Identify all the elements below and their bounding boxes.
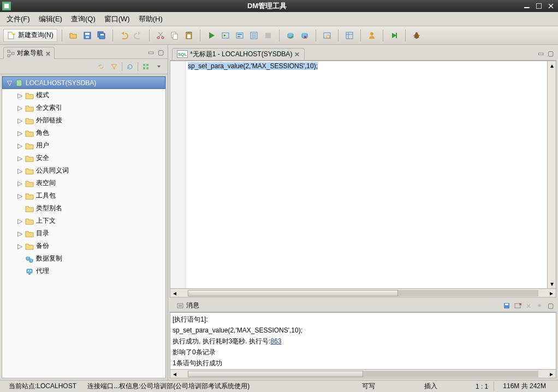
restore-panel-button[interactable]: ▢ — [157, 49, 164, 56]
close-tab-icon[interactable]: ⨯ — [45, 50, 51, 57]
scroll-right-icon[interactable]: ▸ — [547, 370, 556, 378]
tree-item[interactable]: ▷表空间 — [2, 177, 165, 189]
save-all-button[interactable] — [95, 29, 108, 42]
tree-item[interactable]: ▷模式 — [2, 89, 165, 102]
navigator-tree[interactable]: ▽ LOCALHOST(SYSDBA) ▷模式▷全文索引▷外部链接▷角色▷用户▷… — [2, 76, 166, 378]
expand-arrow-icon[interactable]: ▷ — [16, 142, 23, 149]
save-button[interactable] — [81, 29, 94, 42]
scroll-up-icon[interactable]: ▴ — [548, 61, 556, 70]
expand-arrow-icon[interactable]: ▷ — [16, 117, 23, 124]
close-msg-button[interactable]: ⨯ — [525, 302, 532, 310]
copy-button[interactable] — [168, 29, 181, 42]
message-horizontal-scrollbar[interactable]: ◂ ▸ — [170, 370, 556, 378]
execute-plan-button[interactable] — [247, 29, 260, 42]
app-icon — [2, 2, 11, 10]
options-msg-button[interactable]: ✷ — [536, 302, 543, 310]
minimize-editor-button[interactable]: ▭ — [537, 50, 544, 57]
execution-id-link[interactable]: 863 — [270, 337, 281, 345]
expand-arrow-icon[interactable]: ▷ — [16, 92, 23, 99]
expand-arrow-icon[interactable]: ▷ — [16, 218, 23, 224]
tree-item[interactable]: ▷备份 — [2, 240, 165, 252]
maximize-editor-button[interactable]: ▢ — [547, 50, 554, 57]
user-button[interactable] — [365, 29, 378, 42]
tree-item[interactable]: ▷工具包 — [2, 189, 165, 202]
vertical-scrollbar[interactable]: ▴ ▾ — [547, 61, 556, 288]
message-tab[interactable]: 消息 — [172, 300, 204, 311]
execute-button[interactable] — [205, 29, 218, 42]
stop-button[interactable] — [262, 29, 275, 42]
svg-rect-51 — [12, 52, 14, 55]
execute-selection-button[interactable] — [233, 29, 246, 42]
expand-arrow-icon[interactable]: ▷ — [16, 168, 23, 174]
object-navigator-tab[interactable]: 对象导航 ⨯ — [3, 47, 55, 59]
expand-arrow-icon[interactable]: ▷ — [16, 193, 23, 199]
clear-messages-button[interactable] — [514, 302, 521, 310]
close-editor-tab-icon[interactable]: ⨯ — [294, 50, 300, 58]
execute-script-button[interactable] — [219, 29, 232, 42]
refresh-button[interactable] — [124, 61, 135, 72]
minimize-panel-button[interactable]: ▭ — [147, 49, 155, 56]
paste-button[interactable] — [182, 29, 195, 42]
collapse-arrow-icon[interactable]: ▽ — [6, 80, 13, 86]
tree-item[interactable]: ▷安全 — [2, 152, 165, 164]
editor-tab[interactable]: SQL *无标题1 - LOCALHOST(SYSDBA) ⨯ — [172, 48, 305, 60]
expand-arrow-icon[interactable]: ▷ — [16, 130, 23, 136]
tree-root[interactable]: ▽ LOCALHOST(SYSDBA) — [2, 76, 165, 89]
tree-item[interactable]: 代理 — [2, 265, 165, 277]
maximize-msg-button[interactable]: ▢ — [547, 302, 554, 310]
redo-button[interactable] — [132, 29, 145, 42]
rollback-button[interactable] — [298, 29, 311, 42]
menu-help[interactable]: 帮助(H) — [134, 13, 167, 25]
svg-rect-27 — [238, 36, 240, 37]
menu-file[interactable]: 文件(F) — [2, 13, 34, 25]
horizontal-scrollbar[interactable]: ◂ ▸ — [170, 288, 556, 297]
tree-item[interactable]: ▷上下文 — [2, 215, 165, 227]
menu-window[interactable]: 窗口(W) — [100, 13, 134, 25]
open-button[interactable] — [67, 29, 80, 42]
expand-arrow-icon[interactable]: ▷ — [16, 105, 23, 111]
filter-button[interactable] — [109, 61, 120, 72]
message-output[interactable]: [执行语句1]: sp_set_para_value(2,'MAX_SESSIO… — [170, 312, 556, 370]
new-query-button[interactable]: ★ 新建查询(N) — [3, 29, 57, 42]
cut-button[interactable] — [154, 29, 167, 42]
find-button[interactable] — [320, 29, 334, 42]
scroll-thumb[interactable] — [188, 371, 363, 377]
toolbar-separator — [338, 29, 339, 41]
undo-button[interactable] — [117, 29, 130, 42]
schema-button[interactable] — [343, 29, 356, 42]
svg-point-41 — [370, 32, 373, 35]
scroll-left-icon[interactable]: ◂ — [170, 370, 179, 378]
tree-item[interactable]: ▷目录 — [2, 227, 165, 240]
tree-item[interactable]: ▷用户 — [2, 139, 165, 152]
expand-arrow-icon[interactable]: ▷ — [16, 243, 23, 250]
expand-arrow-icon[interactable]: ▷ — [16, 180, 23, 187]
menu-edit[interactable]: 编辑(E) — [34, 13, 67, 25]
tree-item[interactable]: ▷全文索引 — [2, 102, 165, 114]
sql-editor[interactable]: sp_set_para_value(2,'MAX_SESSIONS',10); … — [170, 61, 556, 298]
export-button[interactable] — [388, 29, 401, 42]
tree-item[interactable]: 数据复制 — [2, 252, 165, 265]
scroll-left-icon[interactable]: ◂ — [170, 289, 179, 297]
save-messages-button[interactable] — [503, 302, 510, 310]
expand-arrow-icon[interactable]: ▷ — [16, 155, 23, 162]
menu-query[interactable]: 查询(Q) — [67, 13, 100, 25]
scroll-thumb[interactable] — [188, 290, 398, 296]
maximize-button[interactable] — [534, 2, 544, 10]
tree-item-label: 类型别名 — [36, 204, 62, 213]
tree-item[interactable]: ▷角色 — [2, 127, 165, 139]
link-editor-button[interactable] — [96, 61, 106, 72]
tree-item[interactable]: ▷公共同义词 — [2, 164, 165, 177]
tree-item[interactable]: 类型别名 — [2, 202, 165, 215]
editor-content[interactable]: sp_set_para_value(2,'MAX_SESSIONS',10); — [186, 61, 547, 288]
commit-button[interactable] — [284, 29, 297, 42]
dropdown-button[interactable] — [153, 61, 164, 72]
scroll-right-icon[interactable]: ▸ — [547, 289, 556, 297]
collapse-all-button[interactable] — [140, 61, 151, 72]
close-button[interactable] — [546, 2, 556, 10]
minimize-button[interactable] — [522, 2, 532, 10]
svg-line-48 — [418, 37, 419, 38]
expand-arrow-icon[interactable]: ▷ — [16, 230, 23, 237]
debug-button[interactable] — [410, 29, 423, 42]
scroll-down-icon[interactable]: ▾ — [548, 280, 556, 288]
tree-item[interactable]: ▷外部链接 — [2, 114, 165, 127]
